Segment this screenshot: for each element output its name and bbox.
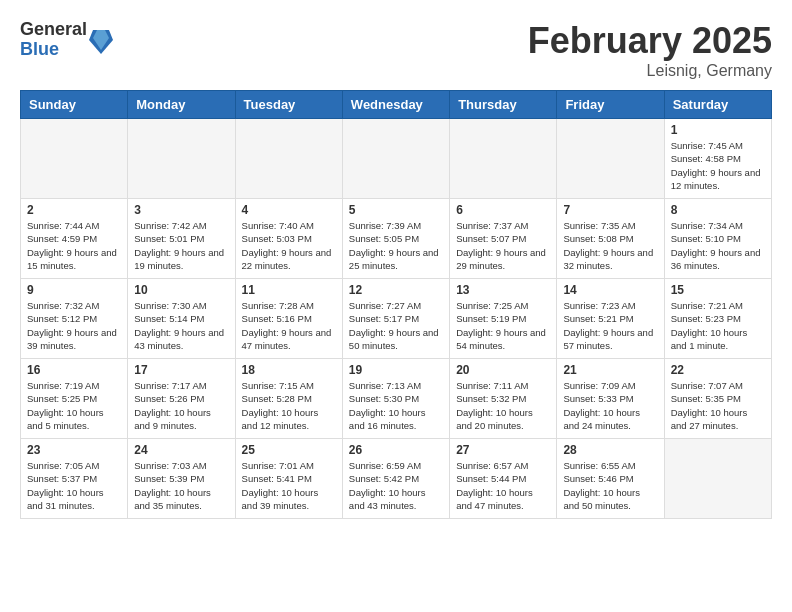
- calendar-cell: 17Sunrise: 7:17 AM Sunset: 5:26 PM Dayli…: [128, 359, 235, 439]
- calendar-cell: 28Sunrise: 6:55 AM Sunset: 5:46 PM Dayli…: [557, 439, 664, 519]
- calendar-cell: [128, 119, 235, 199]
- day-info: Sunrise: 7:35 AM Sunset: 5:08 PM Dayligh…: [563, 219, 657, 272]
- logo-general: General: [20, 20, 87, 40]
- day-info: Sunrise: 6:57 AM Sunset: 5:44 PM Dayligh…: [456, 459, 550, 512]
- calendar-cell: 24Sunrise: 7:03 AM Sunset: 5:39 PM Dayli…: [128, 439, 235, 519]
- calendar-cell: [664, 439, 771, 519]
- day-number: 8: [671, 203, 765, 217]
- col-header-monday: Monday: [128, 91, 235, 119]
- col-header-thursday: Thursday: [450, 91, 557, 119]
- day-info: Sunrise: 7:30 AM Sunset: 5:14 PM Dayligh…: [134, 299, 228, 352]
- calendar-week-3: 9Sunrise: 7:32 AM Sunset: 5:12 PM Daylig…: [21, 279, 772, 359]
- calendar-cell: 15Sunrise: 7:21 AM Sunset: 5:23 PM Dayli…: [664, 279, 771, 359]
- day-info: Sunrise: 7:05 AM Sunset: 5:37 PM Dayligh…: [27, 459, 121, 512]
- calendar-week-4: 16Sunrise: 7:19 AM Sunset: 5:25 PM Dayli…: [21, 359, 772, 439]
- day-info: Sunrise: 7:03 AM Sunset: 5:39 PM Dayligh…: [134, 459, 228, 512]
- day-number: 10: [134, 283, 228, 297]
- day-number: 21: [563, 363, 657, 377]
- day-number: 11: [242, 283, 336, 297]
- day-number: 19: [349, 363, 443, 377]
- calendar-cell: 13Sunrise: 7:25 AM Sunset: 5:19 PM Dayli…: [450, 279, 557, 359]
- day-number: 23: [27, 443, 121, 457]
- calendar-cell: 26Sunrise: 6:59 AM Sunset: 5:42 PM Dayli…: [342, 439, 449, 519]
- day-info: Sunrise: 7:17 AM Sunset: 5:26 PM Dayligh…: [134, 379, 228, 432]
- day-info: Sunrise: 7:32 AM Sunset: 5:12 PM Dayligh…: [27, 299, 121, 352]
- calendar-cell: 10Sunrise: 7:30 AM Sunset: 5:14 PM Dayli…: [128, 279, 235, 359]
- day-number: 17: [134, 363, 228, 377]
- col-header-sunday: Sunday: [21, 91, 128, 119]
- logo-blue: Blue: [20, 40, 87, 60]
- day-number: 27: [456, 443, 550, 457]
- calendar-cell: 5Sunrise: 7:39 AM Sunset: 5:05 PM Daylig…: [342, 199, 449, 279]
- calendar-cell: 12Sunrise: 7:27 AM Sunset: 5:17 PM Dayli…: [342, 279, 449, 359]
- calendar-cell: 7Sunrise: 7:35 AM Sunset: 5:08 PM Daylig…: [557, 199, 664, 279]
- col-header-wednesday: Wednesday: [342, 91, 449, 119]
- calendar-cell: 14Sunrise: 7:23 AM Sunset: 5:21 PM Dayli…: [557, 279, 664, 359]
- calendar-table: SundayMondayTuesdayWednesdayThursdayFrid…: [20, 90, 772, 519]
- day-info: Sunrise: 7:37 AM Sunset: 5:07 PM Dayligh…: [456, 219, 550, 272]
- calendar-week-5: 23Sunrise: 7:05 AM Sunset: 5:37 PM Dayli…: [21, 439, 772, 519]
- calendar-week-1: 1Sunrise: 7:45 AM Sunset: 4:58 PM Daylig…: [21, 119, 772, 199]
- calendar-cell: 2Sunrise: 7:44 AM Sunset: 4:59 PM Daylig…: [21, 199, 128, 279]
- calendar-cell: 20Sunrise: 7:11 AM Sunset: 5:32 PM Dayli…: [450, 359, 557, 439]
- day-info: Sunrise: 6:59 AM Sunset: 5:42 PM Dayligh…: [349, 459, 443, 512]
- location: Leisnig, Germany: [528, 62, 772, 80]
- calendar-cell: 23Sunrise: 7:05 AM Sunset: 5:37 PM Dayli…: [21, 439, 128, 519]
- month-title: February 2025: [528, 20, 772, 62]
- day-info: Sunrise: 7:42 AM Sunset: 5:01 PM Dayligh…: [134, 219, 228, 272]
- day-number: 12: [349, 283, 443, 297]
- day-number: 13: [456, 283, 550, 297]
- day-number: 3: [134, 203, 228, 217]
- day-number: 5: [349, 203, 443, 217]
- day-info: Sunrise: 7:21 AM Sunset: 5:23 PM Dayligh…: [671, 299, 765, 352]
- day-info: Sunrise: 7:27 AM Sunset: 5:17 PM Dayligh…: [349, 299, 443, 352]
- day-number: 28: [563, 443, 657, 457]
- calendar-header-row: SundayMondayTuesdayWednesdayThursdayFrid…: [21, 91, 772, 119]
- calendar-cell: 1Sunrise: 7:45 AM Sunset: 4:58 PM Daylig…: [664, 119, 771, 199]
- calendar-cell: 27Sunrise: 6:57 AM Sunset: 5:44 PM Dayli…: [450, 439, 557, 519]
- calendar-cell: 9Sunrise: 7:32 AM Sunset: 5:12 PM Daylig…: [21, 279, 128, 359]
- col-header-tuesday: Tuesday: [235, 91, 342, 119]
- day-number: 1: [671, 123, 765, 137]
- day-info: Sunrise: 7:28 AM Sunset: 5:16 PM Dayligh…: [242, 299, 336, 352]
- logo: General Blue: [20, 20, 113, 60]
- day-number: 25: [242, 443, 336, 457]
- calendar-cell: 16Sunrise: 7:19 AM Sunset: 5:25 PM Dayli…: [21, 359, 128, 439]
- calendar-cell: 4Sunrise: 7:40 AM Sunset: 5:03 PM Daylig…: [235, 199, 342, 279]
- calendar-cell: 19Sunrise: 7:13 AM Sunset: 5:30 PM Dayli…: [342, 359, 449, 439]
- day-number: 18: [242, 363, 336, 377]
- day-info: Sunrise: 7:23 AM Sunset: 5:21 PM Dayligh…: [563, 299, 657, 352]
- day-number: 7: [563, 203, 657, 217]
- day-number: 22: [671, 363, 765, 377]
- day-number: 2: [27, 203, 121, 217]
- day-info: Sunrise: 7:07 AM Sunset: 5:35 PM Dayligh…: [671, 379, 765, 432]
- calendar-cell: [342, 119, 449, 199]
- day-info: Sunrise: 7:09 AM Sunset: 5:33 PM Dayligh…: [563, 379, 657, 432]
- day-info: Sunrise: 7:39 AM Sunset: 5:05 PM Dayligh…: [349, 219, 443, 272]
- day-info: Sunrise: 7:34 AM Sunset: 5:10 PM Dayligh…: [671, 219, 765, 272]
- calendar-cell: 6Sunrise: 7:37 AM Sunset: 5:07 PM Daylig…: [450, 199, 557, 279]
- calendar-cell: [450, 119, 557, 199]
- page-header: General Blue February 2025 Leisnig, Germ…: [20, 20, 772, 80]
- day-info: Sunrise: 7:13 AM Sunset: 5:30 PM Dayligh…: [349, 379, 443, 432]
- calendar-cell: 8Sunrise: 7:34 AM Sunset: 5:10 PM Daylig…: [664, 199, 771, 279]
- day-number: 15: [671, 283, 765, 297]
- col-header-saturday: Saturday: [664, 91, 771, 119]
- day-number: 26: [349, 443, 443, 457]
- calendar-cell: 22Sunrise: 7:07 AM Sunset: 5:35 PM Dayli…: [664, 359, 771, 439]
- day-info: Sunrise: 7:40 AM Sunset: 5:03 PM Dayligh…: [242, 219, 336, 272]
- day-info: Sunrise: 7:45 AM Sunset: 4:58 PM Dayligh…: [671, 139, 765, 192]
- logo-icon: [89, 26, 113, 54]
- day-info: Sunrise: 7:11 AM Sunset: 5:32 PM Dayligh…: [456, 379, 550, 432]
- day-number: 14: [563, 283, 657, 297]
- day-info: Sunrise: 7:25 AM Sunset: 5:19 PM Dayligh…: [456, 299, 550, 352]
- calendar-cell: 3Sunrise: 7:42 AM Sunset: 5:01 PM Daylig…: [128, 199, 235, 279]
- day-info: Sunrise: 7:19 AM Sunset: 5:25 PM Dayligh…: [27, 379, 121, 432]
- day-number: 20: [456, 363, 550, 377]
- calendar-cell: [21, 119, 128, 199]
- day-number: 24: [134, 443, 228, 457]
- title-section: February 2025 Leisnig, Germany: [528, 20, 772, 80]
- calendar-cell: [235, 119, 342, 199]
- calendar-cell: [557, 119, 664, 199]
- day-number: 16: [27, 363, 121, 377]
